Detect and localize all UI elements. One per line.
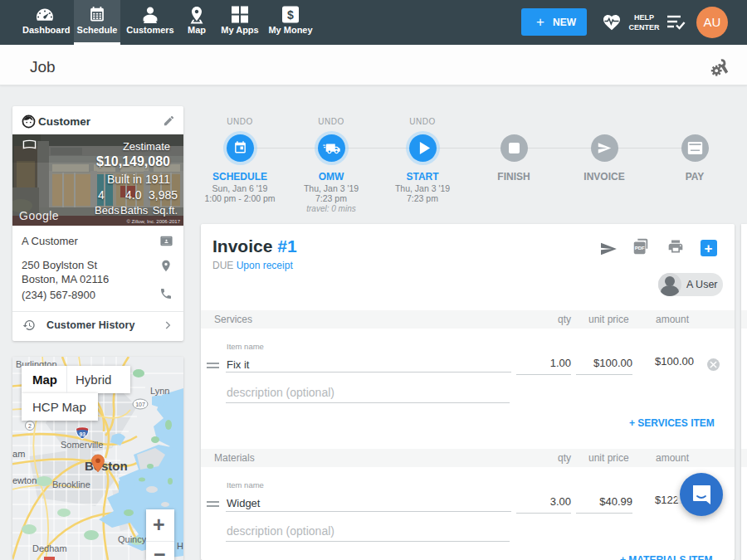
svg-text:93: 93 bbox=[79, 431, 85, 437]
svg-text:PDF: PDF bbox=[635, 246, 645, 251]
svg-text:Lynn: Lynn bbox=[150, 386, 169, 396]
svg-text:Quincy: Quincy bbox=[118, 534, 147, 544]
svg-text:Somerville: Somerville bbox=[61, 440, 103, 450]
svg-text:2: 2 bbox=[28, 423, 32, 429]
svg-text:Newton: Newton bbox=[12, 475, 37, 485]
svg-text:Boston: Boston bbox=[85, 459, 128, 473]
svg-text:Hi: Hi bbox=[177, 541, 183, 551]
svg-text:$: $ bbox=[287, 8, 294, 22]
svg-text:Brookline: Brookline bbox=[52, 480, 90, 489]
svg-text:Dedham: Dedham bbox=[32, 543, 67, 553]
svg-text:107: 107 bbox=[135, 402, 145, 407]
svg-text:ham: ham bbox=[12, 449, 25, 459]
